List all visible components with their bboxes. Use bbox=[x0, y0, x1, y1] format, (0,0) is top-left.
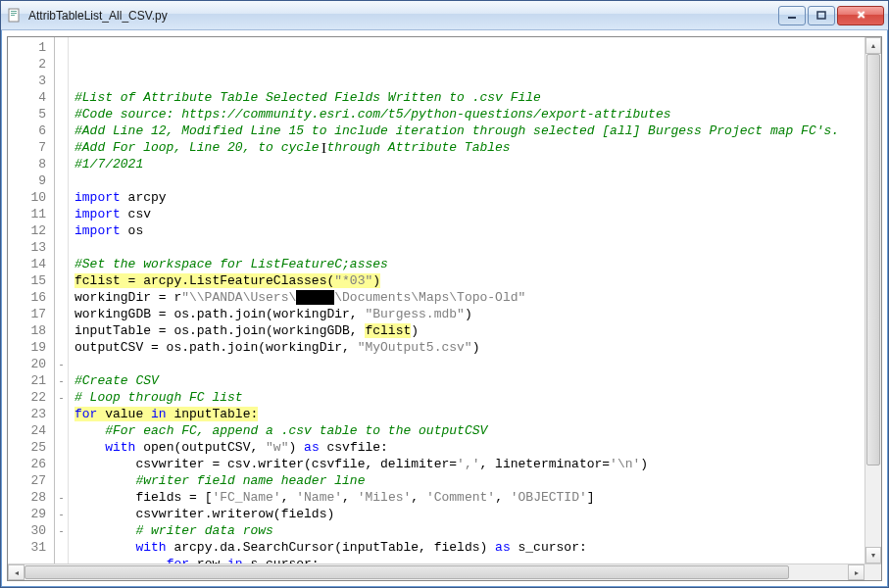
code-line[interactable]: fields = ['FC_Name', 'Name', 'Miles', 'C… bbox=[74, 489, 864, 506]
code-line[interactable]: # Loop through FC list bbox=[74, 389, 864, 406]
code-line[interactable]: #Create CSV bbox=[74, 372, 864, 389]
fold-marker bbox=[55, 406, 68, 422]
fold-marker bbox=[55, 222, 68, 239]
line-number: 13 bbox=[8, 239, 54, 256]
scroll-down-button[interactable]: ▾ bbox=[865, 547, 881, 564]
fold-marker bbox=[55, 322, 68, 339]
window-controls: ✕ bbox=[776, 6, 884, 25]
close-icon: ✕ bbox=[857, 9, 865, 22]
horizontal-scrollbar[interactable]: ◂ ▸ bbox=[8, 564, 881, 580]
code-line[interactable] bbox=[74, 239, 864, 256]
minimize-button[interactable] bbox=[778, 6, 806, 25]
code-line[interactable]: #Code source: https://community.esri.com… bbox=[74, 106, 864, 122]
svg-rect-3 bbox=[11, 15, 15, 16]
line-number: 7 bbox=[8, 139, 54, 156]
line-number: 21 bbox=[8, 372, 54, 389]
line-number: 29 bbox=[8, 506, 54, 522]
code-line[interactable]: #For each FC, append a .csv table to the… bbox=[74, 422, 864, 439]
fold-marker bbox=[55, 39, 68, 56]
code-line[interactable]: #Set the workspace for ListFeatureC;asse… bbox=[74, 256, 864, 272]
vertical-scrollbar[interactable]: ▴ ▾ bbox=[864, 37, 881, 564]
titlebar[interactable]: AttribTableList_All_CSV.py ✕ bbox=[1, 1, 888, 30]
fold-column[interactable]: ------ bbox=[55, 37, 69, 564]
scroll-up-button[interactable]: ▴ bbox=[865, 37, 881, 54]
svg-rect-5 bbox=[817, 12, 825, 19]
fold-marker bbox=[55, 539, 68, 556]
editor-body: 1234567891011121314151617181920212223242… bbox=[8, 37, 881, 564]
code-line[interactable]: workingDir = r"\\PANDA\Users\XXXXX\Docum… bbox=[74, 289, 864, 306]
fold-marker[interactable]: - bbox=[55, 506, 68, 522]
line-number: 2 bbox=[8, 56, 54, 73]
scroll-right-button[interactable]: ▸ bbox=[848, 564, 864, 580]
code-area[interactable]: #List of Attribute Table Selected Fields… bbox=[69, 37, 864, 564]
code-line[interactable]: import csv bbox=[74, 206, 864, 222]
line-number: 12 bbox=[8, 222, 54, 239]
scroll-left-button[interactable]: ◂ bbox=[8, 564, 25, 580]
app-window: AttribTableList_All_CSV.py ✕ 12345678910… bbox=[0, 0, 889, 588]
svg-rect-2 bbox=[11, 13, 17, 14]
fold-marker bbox=[55, 56, 68, 73]
fold-marker[interactable]: - bbox=[55, 356, 68, 372]
code-line[interactable]: inputTable = os.path.join(workingGDB, fc… bbox=[74, 322, 864, 339]
code-line[interactable]: #Add Line 12, Modified Line 15 to includ… bbox=[74, 122, 864, 139]
line-number: 22 bbox=[8, 389, 54, 406]
code-line[interactable] bbox=[74, 172, 864, 189]
code-line[interactable]: # writer data rows bbox=[74, 522, 864, 539]
code-line[interactable]: fclist = arcpy.ListFeatureClasses("*03") bbox=[74, 272, 864, 289]
code-line[interactable]: workingGDB = os.path.join(workingDir, "B… bbox=[74, 306, 864, 322]
code-line[interactable]: import os bbox=[74, 222, 864, 239]
line-number: 14 bbox=[8, 256, 54, 272]
line-number: 16 bbox=[8, 289, 54, 306]
fold-marker bbox=[55, 272, 68, 289]
fold-marker bbox=[55, 206, 68, 222]
code-line[interactable]: csvwriter = csv.writer(csvfile, delimite… bbox=[74, 456, 864, 472]
line-number: 6 bbox=[8, 122, 54, 139]
line-number: 10 bbox=[8, 189, 54, 206]
line-number: 9 bbox=[8, 172, 54, 189]
close-button[interactable]: ✕ bbox=[837, 6, 884, 25]
scrollbar-corner bbox=[864, 564, 881, 580]
fold-marker bbox=[55, 156, 68, 172]
fold-marker[interactable]: - bbox=[55, 489, 68, 506]
hscroll-track[interactable] bbox=[25, 564, 848, 580]
code-line[interactable]: #writer field name header line bbox=[74, 472, 864, 489]
code-line[interactable]: for value in inputTable: bbox=[74, 406, 864, 422]
code-line[interactable]: outputCSV = os.path.join(workingDir, "My… bbox=[74, 339, 864, 356]
code-line[interactable]: #1/7/2021 bbox=[74, 156, 864, 172]
code-line[interactable]: with arcpy.da.SearchCursor(inputTable, f… bbox=[74, 539, 864, 556]
fold-marker[interactable]: - bbox=[55, 522, 68, 539]
code-line[interactable]: for row in s_cursor: bbox=[74, 556, 864, 564]
vscroll-thumb[interactable] bbox=[866, 54, 880, 466]
line-number: 26 bbox=[8, 456, 54, 472]
fold-marker bbox=[55, 89, 68, 106]
line-number: 30 bbox=[8, 522, 54, 539]
code-line[interactable]: csvwriter.writerow(fields) bbox=[74, 506, 864, 522]
line-number: 31 bbox=[8, 539, 54, 556]
code-line[interactable]: #Add For loop, Line 20, to cycle through… bbox=[74, 139, 864, 156]
line-number: 1 bbox=[8, 39, 54, 56]
fold-marker bbox=[55, 456, 68, 472]
fold-marker bbox=[55, 289, 68, 306]
code-line[interactable]: #List of Attribute Table Selected Fields… bbox=[74, 89, 864, 106]
fold-marker bbox=[55, 422, 68, 439]
line-number: 3 bbox=[8, 73, 54, 89]
maximize-button[interactable] bbox=[808, 6, 835, 25]
code-line[interactable]: import arcpy bbox=[74, 189, 864, 206]
svg-rect-4 bbox=[788, 17, 796, 19]
code-line[interactable]: with open(outputCSV, "w") as csvfile: bbox=[74, 439, 864, 456]
fold-marker[interactable]: - bbox=[55, 389, 68, 406]
line-number: 19 bbox=[8, 339, 54, 356]
fold-marker bbox=[55, 472, 68, 489]
fold-marker[interactable]: - bbox=[55, 372, 68, 389]
fold-marker bbox=[55, 189, 68, 206]
fold-marker bbox=[55, 73, 68, 89]
code-line[interactable] bbox=[74, 356, 864, 372]
fold-marker bbox=[55, 239, 68, 256]
window-title: AttribTableList_All_CSV.py bbox=[28, 9, 776, 23]
fold-marker bbox=[55, 339, 68, 356]
line-number: 5 bbox=[8, 106, 54, 122]
fold-marker bbox=[55, 139, 68, 156]
line-number-gutter[interactable]: 1234567891011121314151617181920212223242… bbox=[8, 37, 55, 564]
fold-marker bbox=[55, 106, 68, 122]
hscroll-thumb[interactable] bbox=[25, 565, 789, 579]
